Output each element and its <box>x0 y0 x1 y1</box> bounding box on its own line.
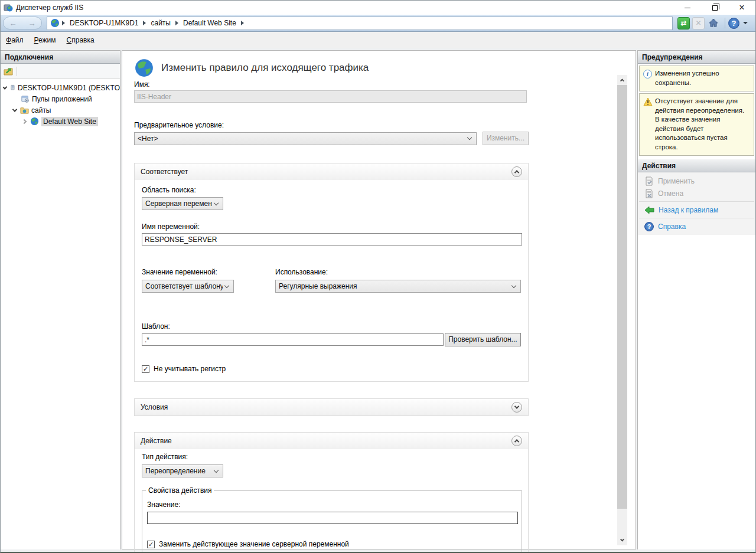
scrollbar-thumb[interactable] <box>617 85 627 509</box>
variable-name-field[interactable] <box>142 233 522 246</box>
scope-label: Область поиска: <box>142 186 521 194</box>
tree-label-server: DESKTOP-U1MK9D1 (DESKTO <box>18 84 120 92</box>
info-icon: i <box>643 70 652 78</box>
site-globe-icon <box>30 117 39 126</box>
back-to-rules-label: Назад к правилам <box>659 206 718 214</box>
divider <box>725 18 725 28</box>
variable-value-label: Значение переменной: <box>142 268 275 276</box>
scroll-down-button[interactable] <box>617 535 627 545</box>
pattern-label: Шаблон: <box>142 322 521 331</box>
help-icon: ? <box>644 222 654 231</box>
conditions-section-header[interactable]: Условия <box>135 399 528 415</box>
conditions-section: Условия <box>134 398 529 416</box>
tree-row-default-web-site[interactable]: Default Web Site <box>1 116 120 127</box>
expand-button[interactable] <box>511 402 522 413</box>
chevron-up-icon <box>620 78 624 83</box>
name-field[interactable] <box>134 90 527 103</box>
breadcrumb-item-sites[interactable]: сайты <box>151 19 171 27</box>
tree-label-default-web-site: Default Web Site <box>41 117 98 126</box>
window-title: Диспетчер служб IIS <box>16 4 83 12</box>
action-type-select[interactable]: Переопределение <box>142 464 223 477</box>
stop-button[interactable]: ✕ <box>692 17 705 30</box>
action-type-label: Тип действия: <box>142 453 521 461</box>
save-connection-icon[interactable] <box>4 67 13 76</box>
edit-precondition-button[interactable]: Изменить... <box>483 132 529 145</box>
divider <box>17 67 17 76</box>
close-button[interactable]: × <box>728 1 755 15</box>
variable-value-select[interactable]: Соответствует шаблону <box>142 280 234 293</box>
minimize-icon <box>685 8 690 8</box>
action-properties-group: Свойства действия Значение: ✓ Заменить д… <box>142 490 522 553</box>
breadcrumb-item-server[interactable]: DESKTOP-U1MK9D1 <box>70 19 138 27</box>
vertical-scrollbar[interactable] <box>617 75 627 545</box>
chevron-down-icon <box>514 404 519 408</box>
tree-row-sites[interactable]: сайты <box>1 104 120 116</box>
action-value-field[interactable] <box>147 512 518 524</box>
address-bar: ← → DESKTOP-U1MK9D1 сайты Default Web Si… <box>1 15 755 32</box>
collapse-button[interactable] <box>511 436 522 446</box>
back-button[interactable]: ← <box>9 19 17 27</box>
apply-action[interactable]: Применить <box>638 175 755 187</box>
expander-right-icon[interactable] <box>22 119 27 123</box>
match-section-header[interactable]: Соответствует <box>135 163 528 180</box>
test-pattern-button[interactable]: Проверить шаблон... <box>445 333 521 346</box>
expander-down-icon[interactable] <box>3 84 7 89</box>
chevron-down-icon <box>214 467 219 472</box>
menu-help[interactable]: Справка <box>61 34 100 46</box>
apply-label: Применить <box>658 177 695 185</box>
action-section-header[interactable]: Действие <box>135 433 528 449</box>
divider <box>639 218 754 218</box>
server-icon <box>10 83 16 92</box>
chevron-up-icon <box>514 170 519 175</box>
page-globe-icon <box>134 58 154 78</box>
precondition-label: Предварительное условие: <box>134 121 529 129</box>
tree-label-sites: сайты <box>31 106 51 114</box>
collapse-button[interactable] <box>511 166 522 177</box>
warning-alert-text: Отсутствует значение для действия переоп… <box>655 97 744 150</box>
menu-file[interactable]: Файл <box>1 34 29 46</box>
scope-select[interactable]: Серверная переменн <box>142 197 223 210</box>
info-alert-text: Изменения успешно сохранены. <box>655 70 719 86</box>
breadcrumb[interactable]: DESKTOP-U1MK9D1 сайты Default Web Site <box>47 17 673 30</box>
refresh-button[interactable]: ⇄ <box>677 17 690 30</box>
match-section: Соответствует Область поиска: Серверная … <box>134 163 529 382</box>
actions-header: Действия <box>638 159 755 172</box>
warning-icon <box>643 97 653 106</box>
precondition-select[interactable]: <Нет> <box>134 132 477 145</box>
pattern-field[interactable] <box>142 333 444 346</box>
close-icon: × <box>739 2 744 13</box>
chevron-down-icon <box>467 135 472 140</box>
help-button[interactable]: ? <box>728 18 739 29</box>
help-link[interactable]: ? Справка <box>638 220 755 233</box>
menu-view[interactable]: Режим <box>29 34 61 46</box>
breadcrumb-separator-icon <box>62 21 65 25</box>
using-select[interactable]: Регулярные выражения <box>275 280 521 293</box>
scroll-up-button[interactable] <box>617 75 627 85</box>
minimize-button[interactable] <box>674 1 701 15</box>
help-dropdown-icon[interactable] <box>743 22 748 24</box>
back-to-rules-link[interactable]: Назад к правилам <box>638 204 755 216</box>
restore-icon <box>712 5 718 11</box>
connections-header: Подключения <box>1 51 120 64</box>
forward-button[interactable]: → <box>28 19 36 27</box>
breadcrumb-item-site[interactable]: Default Web Site <box>183 19 236 27</box>
breadcrumb-separator-icon <box>241 21 244 25</box>
home-button[interactable] <box>707 17 719 30</box>
cancel-action[interactable]: Отмена <box>638 187 755 199</box>
divider <box>639 201 754 202</box>
expander-down-icon[interactable] <box>12 107 17 112</box>
action-properties-legend: Свойства действия <box>146 486 214 495</box>
tree-row-server[interactable]: DESKTOP-U1MK9D1 (DESKTO <box>1 82 120 93</box>
using-label: Использование: <box>275 268 521 276</box>
cancel-icon <box>644 189 654 198</box>
connections-tree: DESKTOP-U1MK9D1 (DESKTO Пулы приложений … <box>1 79 120 127</box>
replace-value-checkbox[interactable]: ✓ <box>147 541 155 548</box>
connections-panel: Подключения DESKTOP-U1MK9D1 (DESKTO Пулы… <box>1 50 120 549</box>
ignore-case-checkbox[interactable]: ✓ <box>142 365 149 373</box>
refresh-icon: ⇄ <box>680 19 686 27</box>
tree-row-app-pools[interactable]: Пулы приложений <box>1 93 120 104</box>
action-section: Действие Тип действия: Переопределение С… <box>134 432 529 553</box>
right-panel: Предупреждения i Изменения успешно сохра… <box>637 50 756 549</box>
restore-button[interactable] <box>701 1 728 15</box>
help-label: Справка <box>658 222 686 231</box>
